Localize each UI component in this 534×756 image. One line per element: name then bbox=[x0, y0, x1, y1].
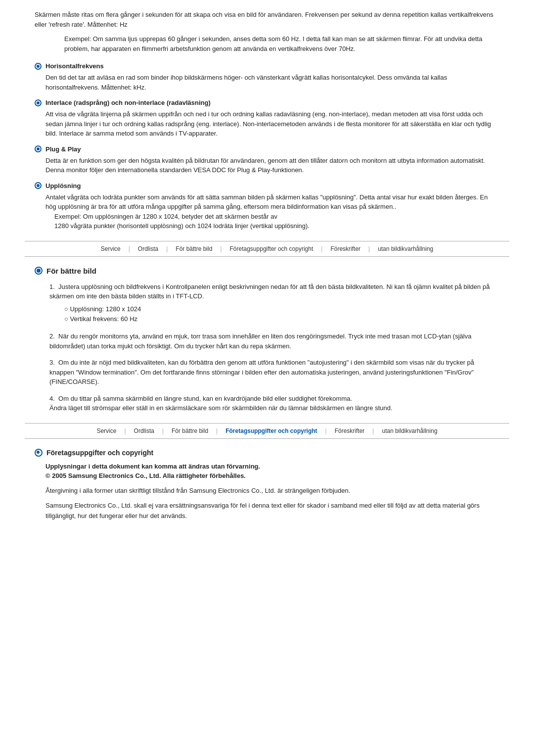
nav2-sep-5: | bbox=[370, 427, 376, 434]
section-body-horisontalfrekvens: Den tid det tar att avläsa en rad som bi… bbox=[35, 73, 499, 92]
section-horisontalfrekvens: Horisontalfrekvens Den tid det tar att a… bbox=[25, 62, 509, 92]
nav1-sep-5: | bbox=[366, 245, 372, 252]
page-container: Skärmen måste ritas om flera gånger i se… bbox=[25, 0, 509, 538]
company-section: Företagsuppgifter och copyright Upplysni… bbox=[25, 449, 509, 521]
nav2-item-service[interactable]: Service bbox=[90, 427, 122, 434]
intro-block: Skärmen måste ritas om flera gånger i se… bbox=[25, 10, 509, 53]
section-plugplay: Plug & Play Detta är en funktion som ger… bbox=[25, 145, 509, 175]
item-text-3: Om du inte är nöjd med bildkvaliteten, k… bbox=[49, 359, 474, 385]
forbattrebild-item-1: 1. Justera upplösning och bildfrekvens i… bbox=[49, 282, 499, 325]
forbattrebild-section: För bättre bild 1. Justera upplösning oc… bbox=[25, 267, 509, 413]
bullet-icon-forbattrebild bbox=[35, 267, 43, 275]
nav1-item-ordlista[interactable]: Ordlista bbox=[132, 245, 164, 252]
nav1-sep-3: | bbox=[218, 245, 223, 252]
sublist-item-frekvens: Vertikal frekvens: 60 Hz bbox=[64, 314, 499, 325]
bullet-icon-plugplay bbox=[35, 145, 42, 152]
nav2-sep-4: | bbox=[323, 427, 329, 434]
nav-bar-1: Service | Ordlista | För bättre bild | F… bbox=[25, 241, 509, 257]
nav-bar-2: Service | Ordlista | För bättre bild | F… bbox=[25, 423, 509, 439]
nav2-item-foreskrifter[interactable]: Föreskrifter bbox=[329, 427, 371, 434]
nav2-sep-3: | bbox=[214, 427, 220, 434]
item-text-2: När du rengör monitorns yta, använd en m… bbox=[49, 332, 471, 350]
forbattrebild-item-2: 2. När du rengör monitorns yta, använd e… bbox=[49, 331, 499, 351]
forbattrebild-title: För bättre bild bbox=[35, 267, 499, 275]
section-title-upplosning: Upplösning bbox=[35, 182, 499, 189]
bullet-icon bbox=[35, 63, 42, 70]
bullet-icon-upplosning bbox=[35, 182, 42, 189]
item-num-3: 3. bbox=[49, 359, 56, 366]
nav1-item-forbattrebild[interactable]: För bättre bild bbox=[170, 245, 218, 252]
company-para2: Samsung Electronics Co., Ltd. skall ej v… bbox=[45, 501, 499, 521]
intro-para2: Exempel: Om samma ljus upprepas 60 gånge… bbox=[35, 34, 499, 53]
section-body-plugplay: Detta är en funktion som ger den högsta … bbox=[35, 156, 499, 175]
nav2-item-forbattrebild[interactable]: För bättre bild bbox=[166, 427, 214, 434]
nav2-item-ordlista[interactable]: Ordlista bbox=[128, 427, 160, 434]
item-num-1: 1. bbox=[49, 283, 56, 290]
section-interlace: Interlace (radsprång) och non-interlace … bbox=[25, 99, 509, 139]
bullet-icon-interlace bbox=[35, 99, 42, 106]
section-body-upplosning: Antalet vågräta och lodräta punkter som … bbox=[35, 192, 499, 212]
forbattrebild-item-3: 3. Om du inte är nöjd med bildkvaliteten… bbox=[49, 358, 499, 387]
section-upplosning: Upplösning Antalet vågräta och lodräta p… bbox=[25, 182, 509, 231]
nav1-item-utan[interactable]: utan bildikvarhållning bbox=[372, 245, 439, 252]
nav1-sep-4: | bbox=[319, 245, 324, 252]
company-body: Upplysningar i detta dokument kan komma … bbox=[35, 462, 499, 521]
item-text-1: Justera upplösning och bildfrekvens i Ko… bbox=[49, 283, 490, 300]
nav2-sep-1: | bbox=[122, 427, 128, 434]
sublist-item-upplosning: Upplösning: 1280 x 1024 bbox=[64, 304, 499, 315]
nav1-item-foreskrifter[interactable]: Föreskrifter bbox=[324, 245, 366, 252]
item-num-2: 2. bbox=[49, 332, 56, 340]
bullet-icon-company bbox=[35, 449, 43, 457]
section-title-plugplay: Plug & Play bbox=[35, 145, 499, 153]
nav1-item-service[interactable]: Service bbox=[95, 245, 127, 252]
nav2-sep-2: | bbox=[160, 427, 166, 434]
copyright-bold: Upplysningar i detta dokument kan komma … bbox=[45, 462, 499, 481]
company-title: Företagsuppgifter och copyright bbox=[35, 449, 499, 457]
section-body-interlace: Att visa de vågräta linjerna på skärmen … bbox=[35, 109, 499, 139]
nav2-item-utan[interactable]: utan bildikvarhållning bbox=[376, 427, 443, 434]
item-text-4: Om du tittar på samma skärmbild en längr… bbox=[49, 395, 393, 412]
section-title-horisontalfrekvens: Horisontalfrekvens bbox=[35, 62, 499, 70]
upplosning-example: Exempel: Om upplösningen är 1280 x 1024,… bbox=[35, 212, 499, 231]
nav1-item-foretagsuppgifter[interactable]: Företagsuppgifter och copyright bbox=[224, 245, 319, 252]
nav1-sep-2: | bbox=[164, 245, 170, 252]
nav1-sep-1: | bbox=[127, 245, 132, 252]
forbattrebild-item-4: 4. Om du tittar på samma skärmbild en lä… bbox=[49, 394, 499, 413]
nav2-item-foretagsuppgifter[interactable]: Företagsuppgifter och copyright bbox=[220, 427, 323, 434]
item-num-4: 4. bbox=[49, 395, 56, 402]
company-para1: Återgivning i alla former utan skriftlig… bbox=[45, 486, 499, 496]
section-title-interlace: Interlace (radsprång) och non-interlace … bbox=[35, 99, 499, 106]
intro-para1: Skärmen måste ritas om flera gånger i se… bbox=[35, 10, 499, 29]
forbattrebild-list: 1. Justera upplösning och bildfrekvens i… bbox=[35, 282, 499, 413]
item-sublist-1: Upplösning: 1280 x 1024 Vertikal frekven… bbox=[49, 304, 499, 325]
